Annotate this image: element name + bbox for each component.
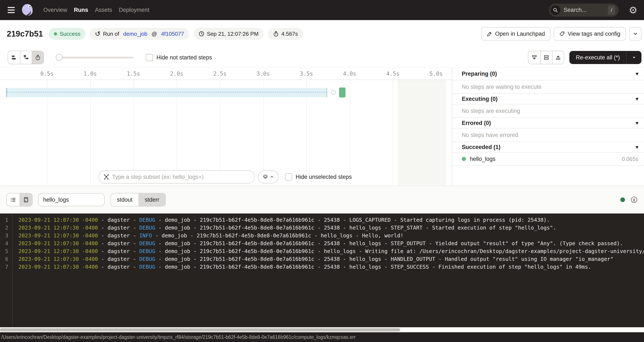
timestamp-badge: Sep 21, 12:07:26 PM <box>194 28 264 40</box>
log-line: 42023-09-21 12:07:30 -0400 - dagster - D… <box>0 240 644 247</box>
nav-links: OverviewRunsAssetsDeployment <box>43 7 149 13</box>
view-flat-button[interactable] <box>8 51 20 64</box>
log-file-path-bar: /Users/erincochran/Desktop/dagster-examp… <box>0 332 644 342</box>
log-view-mode-group <box>6 193 32 206</box>
nav-item-runs[interactable]: Runs <box>74 7 88 13</box>
search-input[interactable]: Search... / <box>549 4 619 17</box>
hide-not-started-checkbox[interactable] <box>146 54 153 61</box>
step-start-marker <box>331 90 336 95</box>
step-subset-input[interactable] <box>112 174 250 180</box>
log-line-text: 2023-09-21 12:07:30 -0400 - dagster - DE… <box>12 256 614 262</box>
scrollbar-thumb[interactable] <box>0 328 400 332</box>
nav-item-assets[interactable]: Assets <box>95 7 112 13</box>
log-filter-input-wrap <box>38 193 105 206</box>
log-line: 62023-09-21 12:07:30 -0400 - dagster - D… <box>0 255 644 263</box>
duration-label: 4.567s <box>282 31 298 37</box>
flat-view-icon <box>11 54 17 60</box>
run-of-prefix: Run of <box>103 31 121 37</box>
log-line-text: 2023-09-21 12:07:30 -0400 - dagster - DE… <box>12 264 591 270</box>
hide-unselected-checkbox[interactable] <box>285 173 292 180</box>
commit-link[interactable]: 4f105077 <box>161 31 184 37</box>
axis-gridline <box>350 80 350 185</box>
apply-selection-button[interactable] <box>258 170 279 184</box>
panel-section-header[interactable]: Succeeded (1)▾ <box>452 142 644 152</box>
log-line-number: 2 <box>0 225 12 231</box>
download-icon <box>630 196 638 203</box>
nav-item-overview[interactable]: Overview <box>43 7 67 13</box>
log-line: 52023-09-21 12:07:30 -0400 - dagster - D… <box>0 247 644 255</box>
log-line: 72023-09-21 12:07:30 -0400 - dagster - D… <box>0 263 644 271</box>
view-tags-config-button[interactable]: View tags and config <box>554 27 626 40</box>
log-filter-input[interactable] <box>43 196 100 203</box>
reexecute-dropdown-button[interactable] <box>626 51 642 64</box>
log-line-number: 3 <box>0 233 12 239</box>
panel-section-header[interactable]: Executing (0)▾ <box>452 94 644 104</box>
step-status-panel: Preparing (0)▾No steps are waiting to ex… <box>452 68 644 186</box>
panel-empty-message: No steps have errored <box>452 128 644 142</box>
stopwatch-icon <box>273 31 279 37</box>
menu-icon[interactable] <box>8 7 15 13</box>
show-bottom-panel-button[interactable] <box>528 51 540 64</box>
more-actions-button[interactable] <box>629 27 642 40</box>
panel-section-header[interactable]: Preparing (0)▾ <box>452 68 644 80</box>
step-subset-row: Hide unselected steps <box>98 170 352 184</box>
stdout-stderr-tabs: stdoutstderr <box>110 193 166 206</box>
eject-up-icon <box>555 54 561 60</box>
raw-log-viewer[interactable]: 12023-09-21 12:07:30 -0400 - dagster - D… <box>0 214 644 327</box>
timing-stopwatch-icon <box>35 54 41 60</box>
tab-stdout[interactable]: stdout <box>111 194 138 206</box>
axis-gridline <box>393 80 393 185</box>
gantt-time-axis: 0.5s1.0s1.5s2.0s2.5s3.0s3.5s4.0s4.5s5.0s <box>0 68 452 80</box>
collapse-down-icon <box>531 54 537 60</box>
zoom-slider-thumb[interactable] <box>56 54 62 61</box>
gantt-right-controls: Re-execute all (*) <box>528 51 642 64</box>
chevron-up-icon <box>270 175 274 179</box>
panel-section-title: Succeeded (1) <box>462 144 500 150</box>
show-top-panel-button[interactable] <box>552 51 564 64</box>
step-bar-hello-logs[interactable] <box>339 88 346 98</box>
log-line: 32023-09-21 12:07:30 -0400 - dagster - I… <box>0 232 644 240</box>
axis-tick-label: 1.0s <box>80 70 101 77</box>
axis-tick-label: 0.5s <box>36 70 58 77</box>
step-subset-input-wrap <box>98 170 255 184</box>
dagster-logo[interactable] <box>21 3 35 17</box>
log-line-text: 2023-09-21 12:07:30 -0400 - dagster - IN… <box>12 232 404 239</box>
settings-gear-icon[interactable]: ⚙ <box>629 5 638 15</box>
reexecute-all-button[interactable]: Re-execute all (*) <box>569 51 642 64</box>
section-caret-icon[interactable]: ▾ <box>636 144 638 150</box>
structured-logs-button[interactable] <box>7 194 20 206</box>
log-horizontal-scrollbar[interactable] <box>0 327 644 332</box>
download-logs-button[interactable] <box>630 196 638 203</box>
nav-item-deployment[interactable]: Deployment <box>119 7 149 13</box>
panel-empty-message: No steps are executing <box>452 104 644 118</box>
tab-stderr[interactable]: stderr <box>138 194 165 206</box>
log-line-number: 5 <box>0 248 12 254</box>
step-waiting-band <box>6 88 327 97</box>
clock-icon <box>198 31 204 37</box>
status-label: Success <box>60 31 80 37</box>
view-waterfall-button[interactable] <box>20 51 32 64</box>
open-in-launchpad-button[interactable]: Open in Launchpad <box>481 27 550 40</box>
hide-not-started-label: Hide not started steps <box>156 54 212 61</box>
panel-layout-group <box>528 51 564 64</box>
panel-section-title: Preparing (0) <box>462 70 497 77</box>
hide-unselected-label: Hide unselected steps <box>296 174 352 180</box>
beyond-run-end-region <box>398 80 446 185</box>
raw-logs-button[interactable] <box>20 194 32 206</box>
log-line-text: 2023-09-21 12:07:30 -0400 - dagster - DE… <box>12 225 556 231</box>
job-link[interactable]: demo_job <box>123 31 147 37</box>
section-caret-icon[interactable]: ▾ <box>636 96 638 102</box>
timestamp-label: Sep 21, 12:07:26 PM <box>207 31 258 37</box>
gantt-plot-area: Hide unselected steps <box>0 80 452 185</box>
waterfall-view-icon <box>23 54 29 60</box>
view-timing-button[interactable] <box>32 51 44 64</box>
zoom-slider-track[interactable] <box>56 57 134 58</box>
step-name: hello_logs <box>470 156 496 162</box>
section-caret-icon[interactable]: ▾ <box>636 120 638 126</box>
zoom-slider[interactable] <box>56 51 134 64</box>
pencil-icon <box>487 31 492 36</box>
section-caret-icon[interactable]: ▾ <box>636 71 638 77</box>
split-panels-button[interactable] <box>540 51 552 64</box>
step-row-hello_logs[interactable]: hello_logs0.065s <box>452 152 644 166</box>
panel-section-header[interactable]: Errored (0)▾ <box>452 118 644 128</box>
